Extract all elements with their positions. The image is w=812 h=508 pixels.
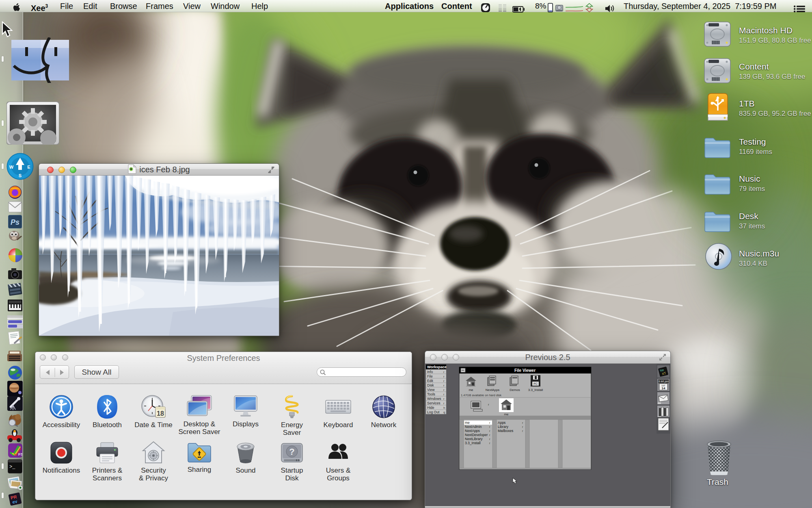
svg-text:NextApps: NextApps [465,429,480,433]
svg-text:1.47GB available on hard disk: 1.47GB available on hard disk [461,393,501,397]
svg-text:Demos: Demos [510,388,520,392]
svg-text:Windows: Windows [427,397,441,401]
svg-text:Hide: Hide [427,406,434,410]
svg-text:>_: >_ [9,464,15,470]
svg-text:Workspace: Workspace [427,365,447,369]
svg-text:Ps: Ps [11,218,19,226]
svg-text:NextApps: NextApps [486,388,500,392]
svg-text:Library: Library [498,425,509,429]
svg-text:3.3_Install: 3.3_Install [465,441,481,445]
svg-text:3.3_Install: 3.3_Install [528,388,543,392]
svg-text:Log Out: Log Out [427,410,440,414]
svg-text:h: h [443,406,445,410]
svg-text:S: S [19,173,22,178]
svg-text:View: View [427,388,435,392]
svg-text:E: E [27,165,30,169]
svg-text:?: ? [289,447,294,457]
svg-text:W: W [9,165,14,169]
svg-text:me: me [465,421,470,425]
svg-text:18: 18 [157,410,164,417]
svg-text:File: File [427,374,433,378]
svg-text:N: N [18,159,22,165]
svg-text:Apps: Apps [498,421,505,425]
svg-text:14: 14 [662,386,665,390]
svg-text:Services: Services [427,401,441,405]
svg-text:Tools: Tools [427,392,435,396]
svg-text:File Viewer: File Viewer [514,368,536,373]
svg-text:PC: PC [533,382,538,385]
svg-text:me: me [469,388,473,392]
svg-text:Mailboxes: Mailboxes [498,429,513,433]
svg-text:9:44 pm: 9:44 pm [658,380,668,383]
svg-text:Info: Info [427,370,433,374]
svg-text:r: r [488,403,489,406]
svg-text:NextLibrary: NextLibrary [465,437,483,441]
svg-text:Edit: Edit [427,379,433,383]
svg-text:me: me [504,412,509,416]
svg-text:NextDeveloper: NextDeveloper [465,433,488,437]
svg-text:FS: FS [18,452,22,456]
svg-text:q: q [443,410,445,414]
svg-text:NextAdmin: NextAdmin [465,425,482,429]
svg-text:Disk: Disk [427,383,434,387]
